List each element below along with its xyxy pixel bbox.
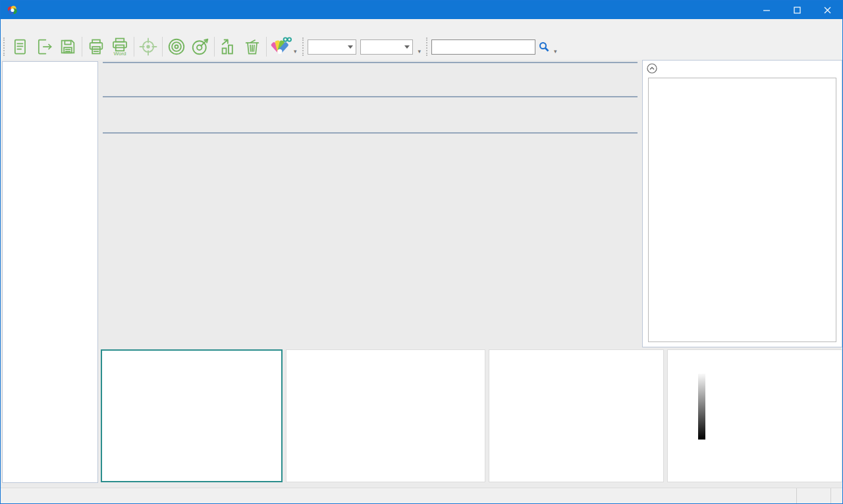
toolbar-grip[interactable] bbox=[3, 38, 7, 56]
word-label: Word bbox=[113, 51, 126, 57]
menu-bar bbox=[1, 19, 842, 34]
maximize-button[interactable] bbox=[782, 1, 812, 19]
toolbar-separator bbox=[134, 37, 134, 57]
sample-tree bbox=[2, 61, 98, 483]
toolbar-separator bbox=[266, 37, 267, 57]
toolbar-grip[interactable] bbox=[302, 38, 306, 56]
spectrum-bar bbox=[496, 465, 650, 480]
delete-button[interactable] bbox=[240, 35, 264, 59]
standard-table bbox=[103, 96, 638, 97]
toolbar-overflow-icon[interactable]: ▾ bbox=[554, 49, 557, 54]
auto-mode-button[interactable] bbox=[796, 488, 830, 504]
toolbar-separator bbox=[82, 37, 82, 57]
title-bar bbox=[1, 1, 842, 19]
collapse-icon[interactable] bbox=[647, 63, 657, 74]
toolbar-overflow-icon[interactable]: ▾ bbox=[294, 49, 297, 54]
app-window: Word ▾ ▾ ▾ bbox=[0, 0, 843, 504]
sci-dropdown[interactable] bbox=[308, 39, 356, 55]
chart-button[interactable] bbox=[217, 35, 240, 59]
toolbar-grip[interactable] bbox=[426, 38, 429, 56]
illuminant-dropdown[interactable] bbox=[360, 39, 413, 55]
target-measure-button[interactable] bbox=[188, 35, 212, 59]
export-button[interactable] bbox=[32, 35, 56, 59]
color-diff-panel bbox=[642, 60, 842, 347]
delta-e-line-card[interactable] bbox=[286, 349, 485, 482]
search-icon[interactable] bbox=[535, 38, 553, 55]
chevron-down-icon bbox=[404, 45, 410, 49]
minimize-button[interactable] bbox=[751, 1, 782, 19]
toolbar-overflow-icon[interactable]: ▾ bbox=[418, 49, 422, 54]
calibrate-button[interactable] bbox=[165, 35, 188, 59]
delta-scatter-card[interactable] bbox=[101, 349, 283, 482]
new-button[interactable] bbox=[9, 35, 32, 59]
color-diff-card bbox=[648, 78, 836, 342]
status-bar bbox=[1, 488, 842, 504]
print-word-button[interactable]: Word bbox=[108, 35, 132, 59]
status-blank-cell bbox=[830, 488, 842, 504]
save-button[interactable] bbox=[56, 35, 80, 59]
print-button[interactable] bbox=[84, 35, 108, 59]
close-button[interactable] bbox=[812, 1, 842, 19]
tolerance-table bbox=[103, 62, 638, 63]
lab-wheel-overlay bbox=[668, 350, 843, 482]
toolbar: Word ▾ ▾ ▾ bbox=[1, 34, 842, 60]
lab-wheel-card[interactable] bbox=[667, 349, 842, 482]
spectral-card[interactable] bbox=[489, 349, 664, 482]
samples-table bbox=[103, 132, 638, 134]
color-match-button[interactable] bbox=[269, 35, 292, 59]
toolbar-separator bbox=[162, 37, 163, 57]
measure-target-button[interactable] bbox=[136, 35, 160, 59]
search-input[interactable] bbox=[431, 39, 535, 55]
app-logo-icon bbox=[7, 5, 18, 16]
chevron-down-icon bbox=[348, 45, 353, 49]
toolbar-separator bbox=[214, 37, 215, 57]
